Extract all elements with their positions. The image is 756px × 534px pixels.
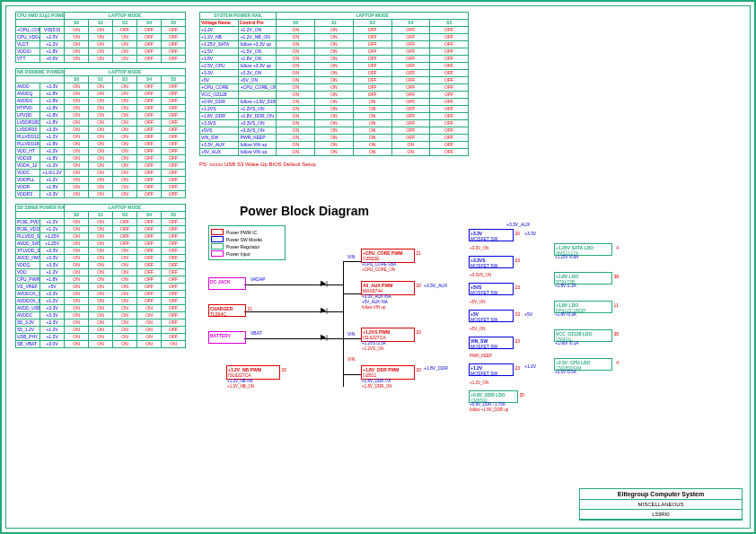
sys-state: ON xyxy=(277,48,315,56)
rail-state: ON xyxy=(89,141,113,148)
rail-voltage: +1.2V xyxy=(40,134,65,141)
rail-voltage: +1.2V xyxy=(40,334,65,341)
rail-name: PCIE_VDDR xyxy=(16,226,40,233)
sys-rail-name: +CPU_CORE xyxy=(200,84,239,92)
sys-control-pin: +3.3VS_ON xyxy=(238,127,277,135)
sys-state: ON xyxy=(315,27,354,34)
sys-rail-name: +5V_AUX xyxy=(200,149,239,156)
rail-state: ON xyxy=(89,191,113,198)
rail-state: ON xyxy=(65,83,89,91)
rail-state: ON xyxy=(89,170,113,177)
rail-state: ON xyxy=(89,341,113,348)
sys-state: ON xyxy=(353,120,391,127)
rail-state: ON xyxy=(65,248,89,255)
sys-control-pin: +3.3VS_ON xyxy=(238,120,277,127)
rail-name: PLLVDD18 xyxy=(16,141,40,148)
rail-state: OFF xyxy=(162,177,186,184)
sys-state: OFF xyxy=(391,135,430,142)
rail-name: +CPU_CORE xyxy=(16,27,40,34)
rail-state: ON xyxy=(65,226,89,233)
sys-state: OFF xyxy=(430,56,469,63)
rail-name: VDDR xyxy=(16,184,40,191)
rail-state: ON xyxy=(113,127,137,134)
rail-state: ON xyxy=(113,269,137,276)
sys-state: OFF xyxy=(430,48,469,56)
rail-state: ON xyxy=(113,56,137,63)
rail-name: AVDDQ xyxy=(16,91,40,98)
rail-state: OFF xyxy=(162,112,186,119)
rail-name: AVDD_USB xyxy=(16,305,40,312)
rail-state: ON xyxy=(65,141,89,148)
sys-state: OFF xyxy=(430,142,469,149)
sys-state: OFF xyxy=(353,34,391,41)
rail-state: OFF xyxy=(137,127,162,134)
sys-state: OFF xyxy=(430,106,469,113)
sys-control-pin: +CPU_CORE_ON xyxy=(238,84,277,92)
sys-state: ON xyxy=(353,142,391,149)
rail-state: ON xyxy=(89,83,113,91)
rail-state: OFF xyxy=(162,148,186,155)
rail-state: OFF xyxy=(162,312,186,320)
rail-state: ON xyxy=(89,91,113,98)
sys-state: OFF xyxy=(430,27,469,34)
ddr09-ldo: +0.9V_DDR LDOCM650235+0.9V_DDR / 1.75Afo… xyxy=(469,390,518,403)
sys-state: OFF xyxy=(353,63,391,70)
rail-voltage: VID[5:0] xyxy=(40,27,65,34)
rail-table: SB SB600 POWER RAILLAPTOP MODES0S1S3S4S5… xyxy=(15,204,186,348)
rail-voltage: +3.3V xyxy=(40,312,65,320)
rail-state: OFF xyxy=(113,219,137,226)
sys-state: OFF xyxy=(353,41,391,48)
sys-state: OFF xyxy=(430,77,469,84)
sys-control-pin: +1.8V_ON xyxy=(238,56,277,63)
sys-state: ON xyxy=(277,70,315,77)
sys-control-pin: PWR_KEEP xyxy=(238,135,277,142)
oz128-ldo: VCC_OZ128 LDOCM431L38+1.06V /0.1A xyxy=(554,329,612,342)
rail-voltage: +1.2V xyxy=(40,298,65,305)
rail-name: AVDDCK_3.3V xyxy=(16,291,40,298)
rail-state: ON xyxy=(89,298,113,305)
rail-voltage: +1.8V xyxy=(40,155,65,162)
sys-state: OFF xyxy=(391,56,430,63)
rail-state: OFF xyxy=(162,241,186,248)
sys-state: OFF xyxy=(391,77,430,84)
sys-rail-name: +1.2V xyxy=(200,27,239,34)
rail-state: OFF xyxy=(162,184,186,191)
rail-state: ON xyxy=(89,226,113,233)
rail-state: OFF xyxy=(137,83,162,91)
rail-state: ON xyxy=(113,248,137,255)
sys-control-pin xyxy=(238,92,277,99)
rail-state: ON xyxy=(113,298,137,305)
rail-name: LVDDR18D xyxy=(16,119,40,127)
sys-state: ON xyxy=(277,92,315,99)
m33s: +3.3VSMOSFET SW23+3.3VS_ON xyxy=(469,256,514,268)
rail-name: VDDR3 xyxy=(16,191,40,198)
rail-state: OFF xyxy=(113,241,137,248)
rail-state: ON xyxy=(89,327,113,334)
rail-state: OFF xyxy=(137,155,162,162)
sys-state: ON xyxy=(391,142,430,149)
cpu-core-pwm: +CPU_CORE PWMOZ822E21 +CPU_CORE /35A+CPU… xyxy=(361,249,415,263)
rail-state: ON xyxy=(137,320,162,327)
rail-name: USB_PHY_1.2V xyxy=(16,334,40,341)
rail-voltage: +2.5V xyxy=(40,34,65,41)
rail-state: OFF xyxy=(137,219,162,226)
rail-state: OFF xyxy=(162,327,186,334)
rail-state: ON xyxy=(137,334,162,341)
sys-control-pin: +3.3V_ON xyxy=(238,70,277,77)
rail-name: CPU_PWR xyxy=(16,276,40,284)
rail-state: ON xyxy=(113,341,137,348)
rail-name: XTLVDD_SATA xyxy=(16,248,40,255)
rail-state: OFF xyxy=(137,262,162,269)
rail-state: OFF xyxy=(162,141,186,148)
rail-voltage: +1.2V xyxy=(40,327,65,334)
sys-state: OFF xyxy=(430,99,469,106)
rail-state: ON xyxy=(89,41,113,48)
rail-name: LVDDR33 xyxy=(16,127,40,134)
rail-state: OFF xyxy=(162,41,186,48)
rail-state: ON xyxy=(65,276,89,284)
sys-state: ON xyxy=(353,113,391,120)
rail-state: ON xyxy=(65,98,89,105)
rail-state: OFF xyxy=(137,119,162,127)
rail-state: ON xyxy=(137,341,162,348)
mid-column: SYSTEM POWER RAILLAPTOP MODEVoltage Name… xyxy=(199,12,374,167)
